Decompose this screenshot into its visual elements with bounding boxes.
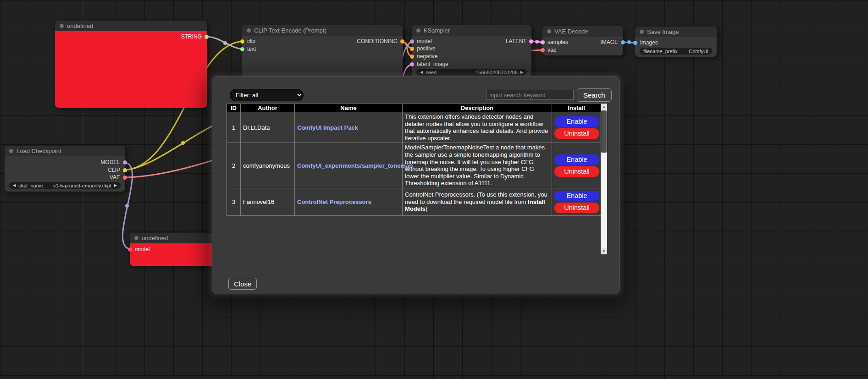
node-save-image[interactable]: Save Image images filename_prefix ComfyU… [635,27,717,57]
prev-arrow-icon[interactable]: ◀ [13,184,16,187]
increment-arrow-icon[interactable]: ▶ [520,71,523,74]
wire-string-to-text [206,37,244,49]
node-ksampler[interactable]: KSampler model positive negative latent_… [412,25,531,77]
port-label: model [135,246,150,253]
collapse-dot-icon[interactable] [416,28,420,33]
output-port-image[interactable]: IMAGE [542,38,623,46]
output-port-vae[interactable]: VAE [5,174,125,181]
filter-select[interactable]: Filter: all [230,89,304,101]
node-title-bar[interactable]: Save Image [635,27,717,37]
table-scrollbar[interactable]: ▲ ▼ [601,104,607,254]
output-port-string[interactable]: STRING [55,33,207,40]
node-title-label: KSampler [424,27,450,34]
image-port-icon[interactable] [633,41,637,45]
text-port-icon[interactable] [240,47,244,51]
node-clip-text-encode[interactable]: CLIP Text Encode (Prompt) clip text COND… [242,25,403,78]
widget-value[interactable]: ComfyUI [689,49,708,54]
widget-label: ckpt_name [18,183,43,188]
search-button[interactable]: Search [577,88,612,102]
collapse-dot-icon[interactable] [134,236,138,240]
ext-name-link[interactable]: ControlNet Preprocessors [297,198,371,205]
input-port-positive[interactable]: positive [412,45,531,52]
uninstall-button[interactable]: Uninstall [554,128,599,139]
col-header-description: Description [403,104,552,112]
node-undefined-top[interactable]: undefined STRING [55,21,207,108]
enable-button[interactable]: Enable [554,154,599,165]
node-title-bar[interactable]: undefined [130,233,217,243]
node-title-bar[interactable]: KSampler [412,25,531,36]
output-port-latent[interactable]: LATENT [412,38,531,45]
string-port-icon[interactable] [205,35,209,39]
extensions-table: ID Author Name Description Install 1 Dr.… [227,104,601,216]
node-title-bar[interactable]: VAE Decode [542,26,623,37]
uninstall-button[interactable]: Uninstall [554,166,599,177]
input-port-vae[interactable]: vae [542,46,623,54]
node-title-bar[interactable]: undefined [55,21,207,31]
conditioning-port-icon[interactable] [410,47,414,51]
ckpt-name-widget[interactable]: ◀ ckpt_name v1-5-pruned-emaonly.ckpt ▶ [9,182,121,189]
search-input[interactable] [486,90,574,100]
col-header-id: ID [227,104,241,112]
latent-port-icon[interactable] [529,39,533,44]
model-port-icon[interactable] [123,160,127,165]
node-undefined-bottom[interactable]: undefined model [130,233,217,266]
ext-description: This extension offers various detector n… [403,112,552,143]
enable-button[interactable]: Enable [554,116,599,127]
collapse-dot-icon[interactable] [640,30,644,34]
collapse-dot-icon[interactable] [9,149,13,153]
model-port-icon[interactable] [128,247,132,252]
scroll-up-icon[interactable]: ▲ [601,104,607,110]
conditioning-port-icon[interactable] [400,39,404,44]
input-port-latent-image[interactable]: latent_image [412,60,531,68]
link-dot [223,41,227,45]
input-port-text[interactable]: text [242,45,403,53]
output-port-conditioning[interactable]: CONDITIONING [242,38,403,45]
node-vae-decode[interactable]: VAE Decode samples vae IMAGE [542,26,623,55]
close-button[interactable]: Close [228,278,257,290]
decrement-arrow-icon[interactable]: ◀ [420,71,423,74]
node-title-bar[interactable]: Load Checkpoint [5,146,125,156]
table-row: 3 Fannovel16 ControlNet Preprocessors Co… [227,188,601,215]
output-port-clip[interactable]: CLIP [5,166,125,174]
port-label: IMAGE [600,39,618,45]
seed-widget[interactable]: ◀ seed 156680208700286 ▶ [416,69,527,76]
input-port-negative[interactable]: negative [412,53,531,60]
node-load-checkpoint[interactable]: Load Checkpoint MODEL CLIP VAE ◀ ckpt_na… [5,146,125,192]
collapse-dot-icon[interactable] [547,29,551,33]
output-port-model[interactable]: MODEL [5,159,125,166]
uninstall-button[interactable]: Uninstall [554,203,599,213]
conditioning-port-icon[interactable] [410,55,414,59]
widget-value[interactable]: 156680208700286 [475,70,518,75]
col-header-name: Name [295,104,403,112]
scroll-down-icon[interactable]: ▼ [601,248,607,254]
node-title-bar[interactable]: CLIP Text Encode (Prompt) [242,25,403,36]
ext-name-link[interactable]: ComfyUI_experiments/sampler_tonemap [297,162,413,169]
filename-prefix-widget[interactable]: filename_prefix ComfyUI [640,48,712,55]
collapse-dot-icon[interactable] [60,24,64,28]
enable-button[interactable]: Enable [554,191,599,201]
ext-id: 1 [227,112,241,143]
vae-port-icon[interactable] [541,48,545,52]
node-title-label: undefined [142,235,168,242]
clip-port-icon[interactable] [123,168,127,172]
ext-name-link[interactable]: ComfyUI Impact Pack [297,124,358,131]
table-row: 2 comfyanonymous ComfyUI_experiments/sam… [227,143,601,188]
ext-author: Dr.Lt.Data [241,112,295,143]
image-port-icon[interactable] [621,40,625,44]
collapse-dot-icon[interactable] [247,28,251,33]
input-port-model[interactable]: model [130,246,217,253]
widget-value[interactable]: v1-5-pruned-emaonly.ckpt [53,183,111,188]
scrollbar-thumb[interactable] [601,110,607,153]
vae-port-icon[interactable] [123,176,127,180]
port-label: vae [547,47,556,53]
node-title-label: undefined [67,22,93,29]
latent-port-icon[interactable] [410,62,414,66]
ext-author: Fannovel16 [241,188,295,215]
node-title-label: Save Image [647,28,679,35]
next-arrow-icon[interactable]: ▶ [114,184,117,187]
input-port-images[interactable]: images [635,39,717,46]
col-header-install: Install [552,104,601,112]
link-dot [125,204,129,208]
link-dot [181,141,185,145]
port-label: images [640,39,658,46]
